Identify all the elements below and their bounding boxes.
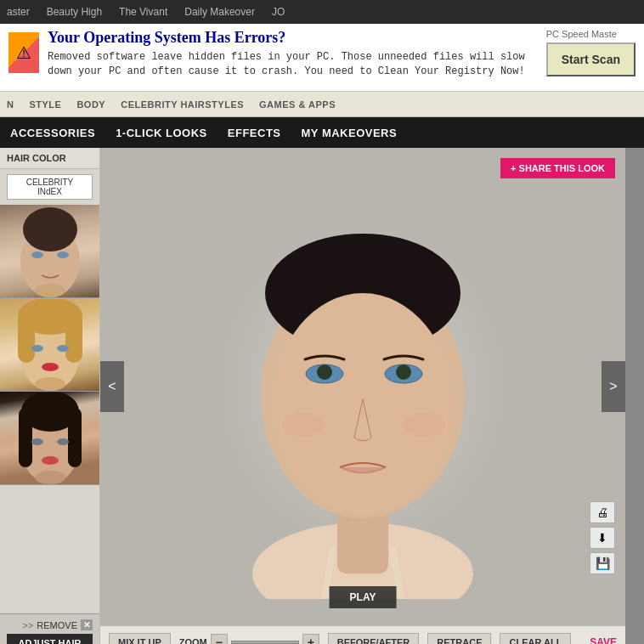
svg-point-4 [35,284,65,297]
right-panel [625,148,644,644]
secnav-games-apps[interactable]: GAMES & APPS [259,99,336,110]
secnav-celebrity-hairstyles[interactable]: CELEBRITY HAIRSTYLES [121,99,244,110]
ad-text-block: Your Operating System Has Errors? Remove… [48,29,538,79]
secnav-n[interactable]: N [7,99,14,110]
remove-row: >> REMOVE ✕ [7,619,93,630]
svg-rect-8 [65,312,82,363]
save-icon-button[interactable]: 💾 [590,552,615,574]
remove-arrows-icon: >> [22,620,33,630]
svg-point-11 [42,363,59,371]
retrace-button[interactable]: RETRACE [427,633,491,645]
ad-banner: ⚠ Your Operating System Has Errors? Remo… [0,24,644,92]
mix-it-up-button[interactable]: MIX IT UP [109,633,171,645]
svg-point-1 [23,207,77,251]
svg-point-20 [35,471,65,484]
zoom-minus-button[interactable]: − [211,634,228,645]
chevron-right-icon: > [609,379,617,394]
svg-point-10 [57,345,69,352]
celeb-item-1[interactable] [0,205,99,298]
celeb-item-2[interactable] [0,298,99,392]
ad-title: Your Operating System Has Errors? [48,29,538,47]
top-nav: aster Beauty High The Vivant Daily Makeo… [0,0,644,24]
celeb-face-svg-1 [8,206,93,297]
chevron-left-icon: < [108,379,116,394]
canvas-area: < > + SHARE THIS LOOK PLAY 🖨 ⬇ 💾 [100,148,625,625]
ad-cta: PC Speed Maste Start Scan [546,29,636,76]
celeb-face-svg-3 [8,393,93,484]
download-icon-button[interactable]: ⬇ [590,527,615,549]
svg-rect-7 [18,312,35,363]
secnav-style[interactable]: STYLE [29,99,61,110]
svg-point-29 [317,364,332,380]
svg-point-18 [57,438,69,445]
clear-all-button[interactable]: CLEAR ALL [500,633,571,645]
play-button[interactable]: PLAY [330,586,397,608]
zoom-label: ZOOM [179,637,207,645]
share-button[interactable]: + SHARE THIS LOOK [500,158,615,178]
sidebar-bottom: >> REMOVE ✕ ADJUST HAIR [0,613,99,644]
svg-point-17 [31,438,43,445]
mainnav-accessories[interactable]: ACCESSORIES [10,127,95,139]
nav-item-jo[interactable]: JO [272,6,285,18]
save-button[interactable]: SAVE [590,636,617,645]
mainnav-my-makeovers[interactable]: MY MAKEOVERS [302,127,398,139]
celeb-face-svg-2 [8,299,93,391]
svg-point-19 [42,456,59,465]
zoom-plus-button[interactable]: + [302,634,319,645]
scan-button[interactable]: Start Scan [546,42,636,76]
nav-item-daily-makeover[interactable]: Daily Makeover [184,6,255,18]
mainnav-1-click-looks[interactable]: 1-CLICK LOOKS [116,127,207,139]
face-container [201,183,524,590]
mainnav-effects[interactable]: EFFECTS [228,127,281,139]
remove-x-button[interactable]: ✕ [81,619,93,630]
nav-item-aster[interactable]: aster [7,6,30,18]
svg-point-3 [57,251,69,258]
before-after-button[interactable]: BEFORE/AFTER [328,633,420,645]
main-nav: ACCESSORIES 1-CLICK LOOKS EFFECTS MY MAK… [0,117,644,148]
svg-point-2 [31,251,43,258]
sidebar-header: HAIR COLOR [0,148,99,169]
action-icons: 🖨 ⬇ 💾 [590,501,615,574]
svg-point-9 [31,345,43,352]
nav-arrow-right[interactable]: > [602,361,625,412]
svg-point-26 [274,293,452,514]
svg-point-34 [403,412,445,438]
ad-warning-icon: ⚠ [8,32,39,73]
svg-point-33 [282,412,325,438]
zoom-slider[interactable] [231,641,299,644]
celeb-face-2 [0,298,99,391]
svg-rect-15 [19,408,32,467]
main-canvas: < > + SHARE THIS LOOK PLAY 🖨 ⬇ 💾 MIX IT … [100,148,625,644]
celeb-item-3[interactable] [0,392,99,485]
nav-arrow-left[interactable]: < [100,361,124,412]
celeb-face-1 [0,205,99,297]
zoom-control: ZOOM − + [179,634,319,645]
remove-label: REMOVE [37,620,77,630]
pc-speed-label: PC Speed Maste [546,29,636,39]
nav-item-beauty-high[interactable]: Beauty High [47,6,102,18]
adjust-hair-button[interactable]: ADJUST HAIR [7,634,93,644]
content-area: HAIR COLOR CELEBRITY INdEX [0,148,644,644]
print-icon-button[interactable]: 🖨 [590,501,615,523]
celebrity-index-button[interactable]: CELEBRITY INdEX [7,174,93,200]
secondary-nav: N STYLE BODY CELEBRITY HAIRSTYLES GAMES … [0,92,644,117]
face-svg [201,174,524,599]
sidebar: HAIR COLOR CELEBRITY INdEX [0,148,100,644]
secnav-body[interactable]: BODY [76,99,105,110]
nav-item-the-vivant[interactable]: The Vivant [119,6,167,18]
svg-point-12 [35,377,65,391]
celeb-face-3 [0,392,99,484]
svg-point-32 [396,364,411,380]
ad-body: Removed software leave hidden files in y… [48,50,538,79]
celebrity-list [0,205,99,613]
svg-rect-16 [68,408,82,467]
bottom-toolbar: MIX IT UP ZOOM − + BEFORE/AFTER RETRACE … [100,625,625,644]
